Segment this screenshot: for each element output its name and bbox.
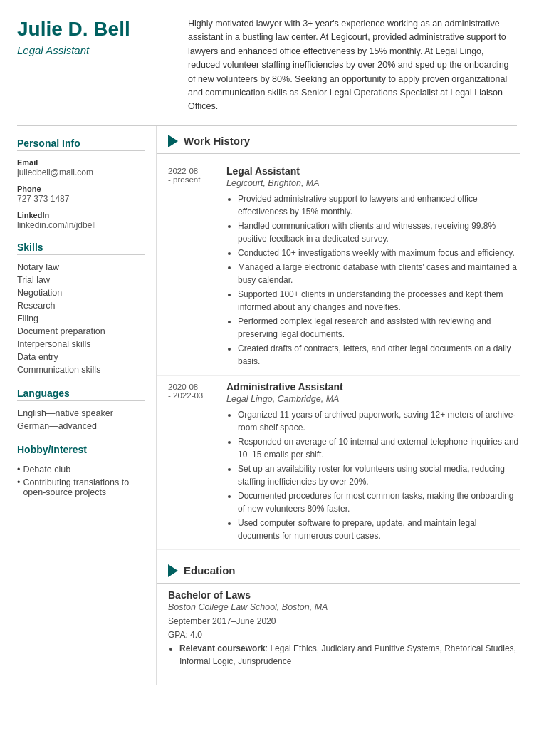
languages-list: English—native speaker German—advanced — [17, 407, 145, 433]
list-item: Notary law — [17, 261, 145, 274]
list-item: Conducted 10+ investigations weekly with… — [238, 247, 520, 259]
list-item: Used computer software to prepare, updat… — [238, 517, 520, 542]
header-left: Julie D. Bell Legal Assistant — [17, 17, 174, 56]
work-entry-1: 2022-08- present Legal Assistant Legicou… — [157, 160, 520, 376]
work-history-title: Work History — [184, 135, 250, 147]
list-item: German—advanced — [17, 420, 145, 433]
work-content-1: Legal Assistant Legicourt, Brighton, MA … — [226, 165, 520, 369]
work-title-1: Legal Assistant — [226, 165, 520, 177]
resume-page: Julie D. Bell Legal Assistant Highly mot… — [0, 0, 534, 756]
list-item: • Contributing translations to open-sour… — [17, 476, 145, 499]
hobby-title: Hobby/Interest — [17, 444, 145, 457]
right-column: Work History 2022-08- present Legal Assi… — [157, 126, 534, 685]
work-bullets-2: Organized 11 years of archived paperwork… — [226, 408, 520, 542]
list-item: Relevant coursework: Legal Ethics, Judic… — [179, 642, 520, 668]
list-item: Provided administrative support to lawye… — [238, 192, 520, 218]
work-bullets-1: Provided administrative support to lawye… — [226, 192, 520, 368]
personal-info-title: Personal Info — [17, 138, 145, 151]
list-item: Interpersonal skills — [17, 338, 145, 351]
linkedin-label: LinkedIn — [17, 211, 145, 219]
skills-list: Notary law Trial law Negotiation Researc… — [17, 261, 145, 376]
education-header: Education — [157, 556, 520, 584]
edu-school-1: Boston College Law School, Boston, MA — [168, 602, 520, 612]
edu-dates-1: September 2017–June 2020 — [168, 615, 520, 628]
list-item: Managed a large electronic database with… — [238, 261, 520, 286]
list-item: Negotiation — [17, 286, 145, 299]
hobby-list: • Debate club • Contributing translation… — [17, 463, 145, 499]
candidate-title: Legal Assistant — [17, 44, 174, 56]
list-item: Data entry — [17, 351, 145, 363]
arrow-icon — [168, 135, 178, 147]
list-item: Performed complex legal research and ass… — [238, 315, 520, 341]
edu-gpa-1: GPA: 4.0 — [168, 628, 520, 642]
languages-title: Languages — [17, 388, 145, 401]
list-item: Handled communication with clients and w… — [238, 219, 520, 245]
work-title-2: Administrative Assistant — [226, 381, 520, 393]
email-label: Email — [17, 158, 145, 167]
bullet-icon: • — [17, 465, 20, 475]
linkedin-value: linkedin.com/in/jdbell — [17, 220, 145, 230]
work-entry-2: 2020-08- 2022-03 Administrative Assistan… — [157, 376, 520, 550]
list-item: Supported 100+ clients in understanding … — [238, 288, 520, 314]
education-title: Education — [184, 564, 236, 576]
list-item: Organized 11 years of archived paperwork… — [238, 408, 520, 434]
education-entry-1: Bachelor of Laws Boston College Law Scho… — [157, 589, 520, 673]
list-item: Trial law — [17, 274, 145, 286]
arrow-icon — [168, 564, 178, 577]
work-history-header: Work History — [157, 126, 520, 154]
email-value: juliedbell@mail.com — [17, 167, 145, 177]
phone-group: Phone 727 373 1487 — [17, 185, 145, 204]
candidate-name: Julie D. Bell — [17, 17, 174, 41]
work-date-2: 2020-08- 2022-03 — [168, 381, 218, 544]
list-item: Communication skills — [17, 363, 145, 376]
edu-coursework-list: Relevant coursework: Legal Ethics, Judic… — [168, 642, 520, 668]
list-item: • Debate club — [17, 463, 145, 476]
list-item: Research — [17, 299, 145, 312]
work-company-2: Legal Lingo, Cambridge, MA — [226, 394, 520, 404]
skills-title: Skills — [17, 242, 145, 255]
candidate-summary: Highly motivated lawyer with 3+ year's e… — [188, 17, 517, 114]
list-item: Filing — [17, 312, 145, 325]
list-item: Set up an availability roster for volunt… — [238, 462, 520, 488]
work-company-1: Legicourt, Brighton, MA — [226, 178, 520, 188]
list-item: Document preparation — [17, 325, 145, 338]
left-column: Personal Info Email juliedbell@mail.com … — [0, 126, 157, 685]
phone-label: Phone — [17, 185, 145, 193]
main-content: Personal Info Email juliedbell@mail.com … — [0, 126, 534, 685]
phone-value: 727 373 1487 — [17, 194, 145, 204]
list-item: English—native speaker — [17, 407, 145, 420]
work-content-2: Administrative Assistant Legal Lingo, Ca… — [226, 381, 520, 544]
linkedin-group: LinkedIn linkedin.com/in/jdbell — [17, 211, 145, 230]
list-item: Documented procedures for most common ta… — [238, 490, 520, 515]
bullet-icon: • — [17, 477, 20, 497]
coursework-label: Relevant coursework — [179, 643, 266, 653]
edu-degree-1: Bachelor of Laws — [168, 589, 520, 601]
email-group: Email juliedbell@mail.com — [17, 158, 145, 177]
work-date-1: 2022-08- present — [168, 165, 218, 369]
list-item: Created drafts of contracts, letters, an… — [238, 342, 520, 368]
header-section: Julie D. Bell Legal Assistant Highly mot… — [0, 0, 534, 125]
list-item: Responded on average of 10 internal and … — [238, 435, 520, 461]
